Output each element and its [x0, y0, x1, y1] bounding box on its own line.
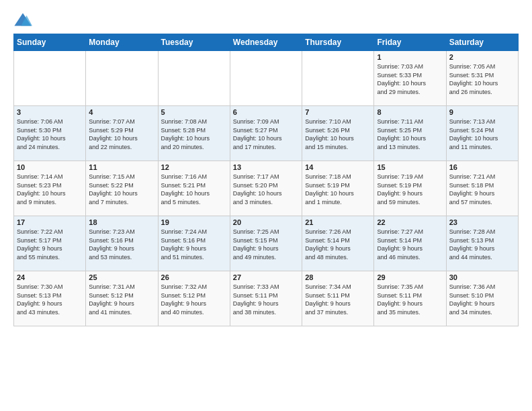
day-number: 19 — [161, 218, 227, 226]
day-info: Sunrise: 7:24 AM Sunset: 5:16 PM Dayligh… — [161, 228, 227, 261]
day-cell: 16Sunrise: 7:21 AM Sunset: 5:18 PM Dayli… — [446, 161, 518, 216]
calendar-table: SundayMondayTuesdayWednesdayThursdayFrid… — [13, 34, 519, 326]
day-number: 2 — [449, 53, 515, 61]
day-info: Sunrise: 7:36 AM Sunset: 5:10 PM Dayligh… — [449, 283, 515, 316]
day-number: 9 — [449, 108, 515, 116]
day-number: 15 — [377, 163, 443, 171]
day-cell: 13Sunrise: 7:17 AM Sunset: 5:20 PM Dayli… — [230, 161, 302, 216]
day-number: 7 — [305, 108, 371, 116]
col-header-monday: Monday — [86, 34, 158, 51]
day-number: 12 — [161, 163, 227, 171]
day-cell: 14Sunrise: 7:18 AM Sunset: 5:19 PM Dayli… — [302, 161, 374, 216]
day-cell: 20Sunrise: 7:25 AM Sunset: 5:15 PM Dayli… — [230, 216, 302, 271]
day-number: 20 — [233, 218, 299, 226]
day-info: Sunrise: 7:16 AM Sunset: 5:21 PM Dayligh… — [161, 173, 227, 206]
day-info: Sunrise: 7:32 AM Sunset: 5:12 PM Dayligh… — [161, 283, 227, 316]
day-info: Sunrise: 7:19 AM Sunset: 5:19 PM Dayligh… — [377, 173, 443, 206]
col-header-saturday: Saturday — [446, 34, 518, 51]
day-info: Sunrise: 7:14 AM Sunset: 5:23 PM Dayligh… — [17, 173, 83, 206]
day-cell: 2Sunrise: 7:05 AM Sunset: 5:31 PM Daylig… — [446, 51, 518, 106]
day-number: 13 — [233, 163, 299, 171]
header-row: SundayMondayTuesdayWednesdayThursdayFrid… — [14, 34, 519, 51]
header — [13, 11, 519, 30]
day-info: Sunrise: 7:21 AM Sunset: 5:18 PM Dayligh… — [449, 173, 515, 206]
day-number: 16 — [449, 163, 515, 171]
day-number: 10 — [17, 163, 83, 171]
day-cell — [230, 51, 302, 106]
day-cell: 25Sunrise: 7:31 AM Sunset: 5:12 PM Dayli… — [86, 271, 158, 326]
page: SundayMondayTuesdayWednesdayThursdayFrid… — [0, 0, 532, 333]
day-number: 4 — [89, 108, 154, 116]
day-cell: 19Sunrise: 7:24 AM Sunset: 5:16 PM Dayli… — [158, 216, 230, 271]
day-cell: 18Sunrise: 7:23 AM Sunset: 5:16 PM Dayli… — [86, 216, 158, 271]
col-header-tuesday: Tuesday — [158, 34, 230, 51]
day-cell: 12Sunrise: 7:16 AM Sunset: 5:21 PM Dayli… — [158, 161, 230, 216]
day-info: Sunrise: 7:06 AM Sunset: 5:30 PM Dayligh… — [17, 118, 83, 151]
day-cell: 21Sunrise: 7:26 AM Sunset: 5:14 PM Dayli… — [302, 216, 374, 271]
day-number: 8 — [377, 108, 443, 116]
day-info: Sunrise: 7:08 AM Sunset: 5:28 PM Dayligh… — [161, 118, 227, 151]
week-row-3: 10Sunrise: 7:14 AM Sunset: 5:23 PM Dayli… — [14, 161, 519, 216]
day-info: Sunrise: 7:11 AM Sunset: 5:25 PM Dayligh… — [377, 118, 443, 151]
day-info: Sunrise: 7:31 AM Sunset: 5:12 PM Dayligh… — [89, 283, 154, 316]
day-cell — [14, 51, 86, 106]
day-info: Sunrise: 7:34 AM Sunset: 5:11 PM Dayligh… — [305, 283, 371, 316]
day-number: 3 — [17, 108, 83, 116]
day-info: Sunrise: 7:35 AM Sunset: 5:11 PM Dayligh… — [377, 283, 443, 316]
day-info: Sunrise: 7:28 AM Sunset: 5:13 PM Dayligh… — [449, 228, 515, 261]
day-info: Sunrise: 7:33 AM Sunset: 5:11 PM Dayligh… — [233, 283, 299, 316]
day-number: 5 — [161, 108, 227, 116]
day-cell: 6Sunrise: 7:09 AM Sunset: 5:27 PM Daylig… — [230, 106, 302, 161]
day-cell: 26Sunrise: 7:32 AM Sunset: 5:12 PM Dayli… — [158, 271, 230, 326]
day-number: 27 — [233, 273, 299, 281]
day-cell: 3Sunrise: 7:06 AM Sunset: 5:30 PM Daylig… — [14, 106, 86, 161]
day-number: 6 — [233, 108, 299, 116]
day-cell: 5Sunrise: 7:08 AM Sunset: 5:28 PM Daylig… — [158, 106, 230, 161]
day-cell: 4Sunrise: 7:07 AM Sunset: 5:29 PM Daylig… — [86, 106, 158, 161]
week-row-4: 17Sunrise: 7:22 AM Sunset: 5:17 PM Dayli… — [14, 216, 519, 271]
week-row-2: 3Sunrise: 7:06 AM Sunset: 5:30 PM Daylig… — [14, 106, 519, 161]
day-number: 17 — [17, 218, 83, 226]
day-cell: 17Sunrise: 7:22 AM Sunset: 5:17 PM Dayli… — [14, 216, 86, 271]
day-number: 26 — [161, 273, 227, 281]
day-info: Sunrise: 7:25 AM Sunset: 5:15 PM Dayligh… — [233, 228, 299, 261]
day-number: 1 — [377, 53, 443, 61]
logo — [13, 11, 35, 30]
day-info: Sunrise: 7:17 AM Sunset: 5:20 PM Dayligh… — [233, 173, 299, 206]
day-number: 18 — [89, 218, 154, 226]
day-number: 30 — [449, 273, 515, 281]
day-cell: 9Sunrise: 7:13 AM Sunset: 5:24 PM Daylig… — [446, 106, 518, 161]
day-info: Sunrise: 7:03 AM Sunset: 5:33 PM Dayligh… — [377, 62, 443, 96]
day-info: Sunrise: 7:30 AM Sunset: 5:13 PM Dayligh… — [17, 283, 83, 316]
day-info: Sunrise: 7:27 AM Sunset: 5:14 PM Dayligh… — [377, 228, 443, 261]
day-info: Sunrise: 7:23 AM Sunset: 5:16 PM Dayligh… — [89, 228, 154, 261]
day-cell: 1Sunrise: 7:03 AM Sunset: 5:33 PM Daylig… — [374, 51, 446, 106]
day-info: Sunrise: 7:22 AM Sunset: 5:17 PM Dayligh… — [17, 228, 83, 261]
day-cell: 22Sunrise: 7:27 AM Sunset: 5:14 PM Dayli… — [374, 216, 446, 271]
week-row-5: 24Sunrise: 7:30 AM Sunset: 5:13 PM Dayli… — [14, 271, 519, 326]
day-cell: 15Sunrise: 7:19 AM Sunset: 5:19 PM Dayli… — [374, 161, 446, 216]
day-cell — [158, 51, 230, 106]
day-info: Sunrise: 7:15 AM Sunset: 5:22 PM Dayligh… — [89, 173, 154, 206]
day-cell: 8Sunrise: 7:11 AM Sunset: 5:25 PM Daylig… — [374, 106, 446, 161]
day-cell — [302, 51, 374, 106]
day-info: Sunrise: 7:26 AM Sunset: 5:14 PM Dayligh… — [305, 228, 371, 261]
col-header-friday: Friday — [374, 34, 446, 51]
col-header-sunday: Sunday — [14, 34, 86, 51]
day-cell: 24Sunrise: 7:30 AM Sunset: 5:13 PM Dayli… — [14, 271, 86, 326]
day-cell: 11Sunrise: 7:15 AM Sunset: 5:22 PM Dayli… — [86, 161, 158, 216]
day-cell: 10Sunrise: 7:14 AM Sunset: 5:23 PM Dayli… — [14, 161, 86, 216]
day-number: 23 — [449, 218, 515, 226]
day-info: Sunrise: 7:18 AM Sunset: 5:19 PM Dayligh… — [305, 173, 371, 206]
day-info: Sunrise: 7:07 AM Sunset: 5:29 PM Dayligh… — [89, 118, 154, 151]
day-cell: 29Sunrise: 7:35 AM Sunset: 5:11 PM Dayli… — [374, 271, 446, 326]
day-number: 25 — [89, 273, 154, 281]
day-cell — [86, 51, 158, 106]
col-header-wednesday: Wednesday — [230, 34, 302, 51]
day-info: Sunrise: 7:05 AM Sunset: 5:31 PM Dayligh… — [449, 62, 515, 96]
day-number: 14 — [305, 163, 371, 171]
day-number: 24 — [17, 273, 83, 281]
day-number: 28 — [305, 273, 371, 281]
week-row-1: 1Sunrise: 7:03 AM Sunset: 5:33 PM Daylig… — [14, 51, 519, 106]
day-number: 11 — [89, 163, 154, 171]
